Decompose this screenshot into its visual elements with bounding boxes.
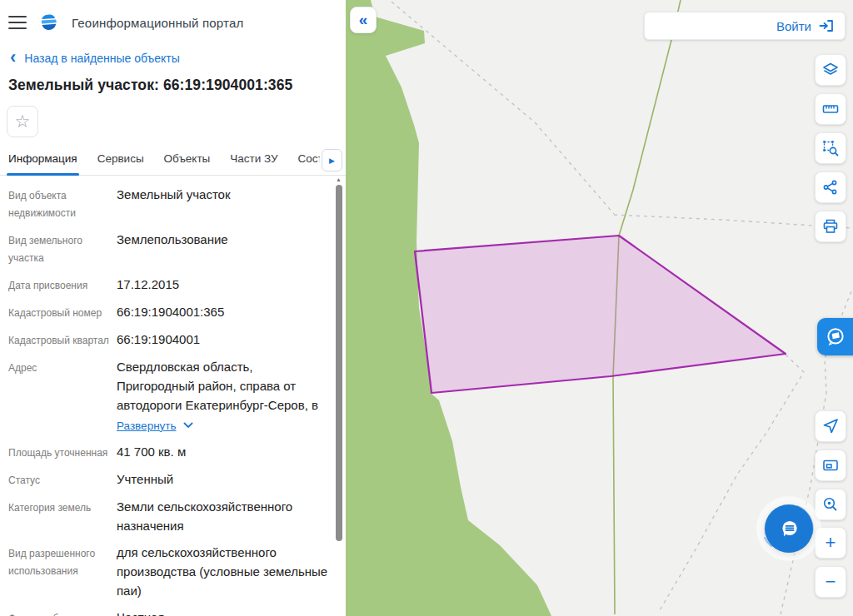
menu-icon[interactable] [8,16,27,29]
map-canvas[interactable]: « Войти [346,0,853,616]
chevron-right-icon: ▶ [329,156,335,165]
star-icon: ☆ [15,112,31,131]
overview-map-icon [821,456,840,474]
tab-services[interactable]: Сервисы [97,152,144,175]
attribute-value: для сельскохозяйственного производства (… [117,543,332,600]
attribute-value: Землепользование [117,230,332,267]
login-button[interactable]: Войти [644,12,846,40]
attribute-label: Адрес [8,357,117,435]
attribute-list: Вид объекта недвижимости Земельный участ… [0,176,346,616]
attribute-value: Свердловская область, Пригородный район,… [117,357,332,435]
search-object-icon [821,495,840,514]
parcel-pin-icon [825,326,846,348]
portal-logo-icon [38,12,60,33]
back-chevron-icon: ‹ [10,52,16,63]
app-title: Геоинформационный портал [72,16,243,30]
panel-scrollbar-thumb[interactable] [336,185,342,541]
tabs-scroll-right-button[interactable]: ▶ [322,149,342,171]
print-icon [821,217,840,236]
zoom-out-button[interactable]: − [815,566,846,598]
attribute-value: 41 700 кв. м [117,442,332,462]
expand-address-link[interactable]: Развернуть [117,416,332,435]
attribute-value: 17.12.2015 [117,275,332,295]
attribute-value: Учтенный [117,469,332,489]
measure-icon [821,100,840,118]
attribute-row: Кадастровый номер 66:19:1904001:365 [8,302,337,322]
back-link-label: Назад в найденные объекты [24,52,179,65]
tab-bar: Информация Сервисы Объекты Части ЗУ Сост… [0,147,346,176]
attribute-row: Кадастровый квартал 66:19:1904001 [8,330,337,350]
layers-button[interactable] [815,54,846,86]
zoom-in-icon: + [826,534,836,551]
chevron-down-icon [183,422,193,429]
overview-map-button[interactable] [815,450,846,481]
expand-label: Развернуть [117,416,177,435]
area-search-button[interactable] [815,132,846,164]
attribute-label: Вид разрешенного использования [8,543,117,600]
print-button[interactable] [815,211,846,242]
favorite-star-button[interactable]: ☆ [7,106,38,137]
attribute-row: Дата присвоения 17.12.2015 [8,275,337,295]
attribute-row: Вид земельного участка Землепользование [8,230,337,267]
locate-button[interactable] [815,410,846,442]
attribute-label: Категория земель [8,497,117,535]
attribute-label: Площадь уточненная [8,442,117,462]
attribute-row: Форма собственности Частная [8,608,337,616]
chat-icon [778,518,801,540]
attribute-value: 66:19:1904001:365 [117,302,332,322]
page-title: Земельный участок: 66:19:1904001:365 [0,68,346,94]
attribute-label: Вид земельного участка [8,230,117,267]
locate-icon [821,417,840,435]
attribute-label: Кадастровый номер [8,302,117,322]
feedback-widget [757,497,821,560]
tab-parcel-parts[interactable]: Части ЗУ [230,152,277,175]
tab-objects[interactable]: Объекты [164,152,211,175]
attribute-label: Статус [8,469,117,489]
tab-information[interactable]: Информация [8,152,77,175]
panel-header: Геоинформационный портал [0,0,346,42]
area-search-icon [821,139,840,157]
attribute-label: Кадастровый квартал [8,330,117,350]
chat-button[interactable] [765,504,813,553]
share-button[interactable] [815,171,846,203]
attribute-row-address: Адрес Свердловская область, Пригородный … [8,357,337,435]
attribute-row: Вид объекта недвижимости Земельный участ… [8,185,337,222]
attribute-row: Площадь уточненная 41 700 кв. м [8,442,337,462]
collapse-panel-button[interactable]: « [350,7,377,33]
zoom-out-icon: − [826,574,836,590]
attribute-row: Категория земель Земли сельскохозяйствен… [8,497,337,535]
attribute-label: Вид объекта недвижимости [8,185,117,222]
attribute-label: Форма собственности [8,608,117,616]
login-label: Войти [776,19,811,33]
measure-button[interactable] [815,93,846,125]
attribute-value: 66:19:1904001 [117,330,332,350]
attribute-value: Частная [117,608,332,616]
attribute-row: Вид разрешенного использования для сельс… [8,543,337,600]
attribute-row: Статус Учтенный [8,469,337,489]
back-link[interactable]: ‹ Назад в найденные объекты [0,42,346,68]
object-info-panel: Геоинформационный портал ‹ Назад в найде… [0,0,346,616]
attribute-value: Земельный участок [117,185,332,222]
attribute-label: Дата присвоения [8,275,117,295]
double-chevron-left-icon: « [359,11,368,29]
identify-parcel-tab-button[interactable] [817,318,853,355]
login-icon [818,18,835,33]
share-icon [821,178,840,196]
layers-icon [821,61,840,79]
attribute-value: Земли сельскохозяйственного назначения [117,497,332,535]
address-text: Свердловская область, Пригородный район,… [117,357,332,415]
